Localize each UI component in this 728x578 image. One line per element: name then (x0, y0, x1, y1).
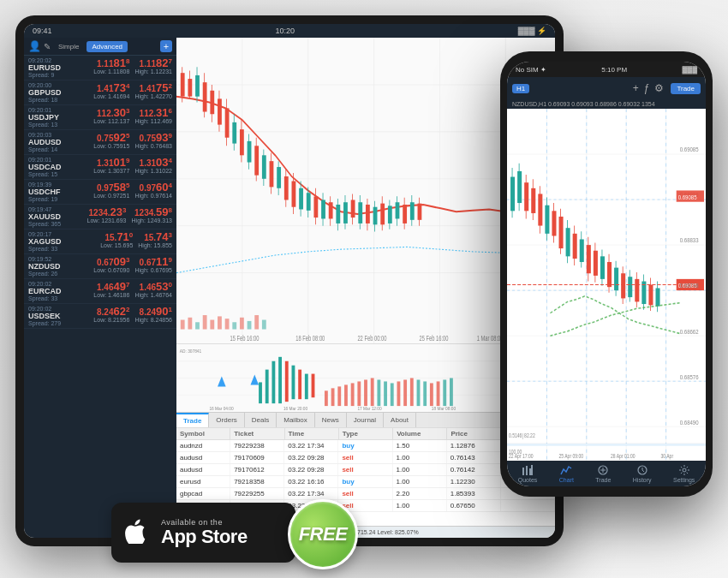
table-cell: 79229255 (230, 488, 284, 499)
pair-name: USDJPY (28, 113, 93, 122)
tab-orders[interactable]: Orders (209, 413, 244, 427)
nav-settings-label: Settings (673, 477, 695, 483)
table-row[interactable]: audusd7917060903.22 09:28sell1.000.76143 (176, 452, 555, 464)
plus-icon[interactable]: + (633, 82, 639, 94)
nav-history[interactable]: History (633, 464, 652, 483)
table-row[interactable]: eurusd7921835803.22 16:16buy1.001.12230 (176, 476, 555, 488)
svg-rect-89 (225, 319, 230, 329)
svg-text:16 Mar 04:00: 16 Mar 04:00 (209, 407, 234, 411)
bid-low: Low: 1231.693 (87, 217, 127, 223)
table-cell: 03.22 17:34 (284, 440, 338, 451)
ask-price: 8.24901 (140, 306, 172, 317)
pair-row[interactable]: 09:19:39 USDCHF Spread: 19 0.97585 Low: … (24, 180, 176, 205)
pair-list: 09:20:02 EURUSD Spread: 9 1.11818 Low: 1… (24, 56, 176, 329)
table-cell: 03.22 16:16 (284, 476, 338, 487)
svg-rect-224 (507, 444, 706, 446)
table-cell: eurusd (176, 476, 230, 487)
pair-row[interactable]: 09:20:00 GBPUSD Spread: 18 1.41734 Low: … (24, 80, 176, 105)
tab-about[interactable]: About (384, 413, 416, 427)
svg-rect-35 (248, 141, 252, 163)
svg-rect-111 (292, 366, 295, 400)
nav-chart-label: Chart (559, 477, 574, 483)
pair-time: 09:20:02 (28, 306, 93, 312)
phone-trade-button[interactable]: Trade (671, 83, 701, 94)
appstore-text: Available on the App Store (161, 518, 248, 547)
svg-rect-194 (621, 273, 625, 298)
ask-price: 0.97604 (140, 182, 172, 193)
nav-chart[interactable]: Chart (559, 464, 574, 483)
ask-price: 1.46530 (140, 281, 172, 292)
svg-text:0.68748: 0.68748 (680, 283, 699, 289)
table-row[interactable]: audusd7917061203.22 09:28sell1.000.76142 (176, 464, 555, 476)
tab-journal[interactable]: Journal (347, 413, 384, 427)
sidebar: 👤 ✎ Simple Advanced + 09:20:02 EURUSD Sp… (24, 38, 176, 538)
svg-text:15 Feb 16:00: 15 Feb 16:00 (230, 335, 259, 343)
bid-low: Low: 0.75915 (93, 143, 129, 149)
phone-toolbar: H1 + ƒ ⚙ Trade (507, 77, 706, 99)
col-volume: Volume (393, 428, 447, 439)
phone-pair-label: NZDUSD,H1 0.69093 0.69093 0.68986 0.6903… (507, 99, 706, 109)
svg-text:25 Feb 16:00: 25 Feb 16:00 (419, 335, 448, 343)
svg-rect-108 (272, 361, 275, 403)
add-pair-button[interactable]: + (160, 40, 172, 52)
tablet-main-area: 👤 ✎ Simple Advanced + 09:20:02 EURUSD Sp… (24, 38, 555, 538)
pair-row[interactable]: 09:19:47 XAUUSD Spread: 365 1234.233 Low… (24, 205, 176, 229)
pair-row[interactable]: 09:20:01 USDCAD Spread: 15 1.31019 Low: … (24, 155, 176, 180)
table-row[interactable]: audnzd7922923803.22 17:34buy1.501.12876 (176, 440, 555, 452)
table-row[interactable]: gbpcad7922925503.22 17:34sell2.201.85393 (176, 488, 555, 500)
toolbar-icons: + ƒ ⚙ (633, 82, 665, 94)
col-price: Price (447, 428, 501, 439)
sub-chart: USDCHF, H1 (176, 343, 555, 412)
tab-trade[interactable]: Trade (176, 413, 209, 427)
svg-rect-43 (277, 167, 281, 188)
svg-rect-53 (313, 196, 318, 217)
col-time: Time (285, 428, 339, 439)
nav-settings[interactable]: Settings (673, 464, 695, 483)
bid-low: Low: 0.67090 (93, 267, 129, 273)
svg-rect-45 (284, 176, 289, 200)
nav-trade[interactable]: Trade (595, 464, 611, 483)
pair-row[interactable]: 09:20:02 USDSEK Spread: 279 8.24622 Low:… (24, 304, 176, 329)
pair-row[interactable]: 09:19:52 NZDUSD Spread: 26 0.67093 Low: … (24, 254, 176, 279)
svg-rect-92 (248, 321, 252, 330)
svg-rect-55 (321, 200, 325, 218)
bid-low: Low: 15.695 (100, 242, 133, 248)
pair-row[interactable]: 09:20:02 EURCAD Spread: 33 1.46497 Low: … (24, 279, 176, 304)
col-type: Type (339, 428, 393, 439)
bid-price: 15.710 (104, 231, 133, 242)
tab-advanced[interactable]: Advanced (87, 41, 128, 52)
nav-quotes[interactable]: Quotes (518, 464, 538, 483)
pair-time: 09:20:17 (28, 231, 100, 237)
pair-name: NZDUSD (28, 262, 93, 271)
indicator-icon[interactable]: ƒ (644, 82, 650, 94)
bid-low: Low: 8.21956 (93, 317, 129, 323)
tab-news[interactable]: News (315, 413, 347, 427)
appstore-badge[interactable]: Available on the App Store (111, 503, 295, 563)
svg-rect-118 (344, 384, 348, 406)
svg-rect-122 (371, 378, 374, 407)
table-cell: sell (338, 452, 392, 463)
pair-time: 09:20:00 (28, 82, 93, 88)
pair-row[interactable]: 09:20:01 USDJPY Spread: 13 112.303 Low: … (24, 105, 176, 130)
pair-row[interactable]: 09:20:17 XAGUSD Spread: 33 15.710 Low: 1… (24, 229, 176, 254)
svg-rect-27 (218, 98, 222, 124)
timeframe-button[interactable]: H1 (512, 84, 529, 93)
tab-deals[interactable]: Deals (245, 413, 277, 427)
phone-screen: No SIM ✦ 5:10 PM ▓▓▓ H1 + ƒ ⚙ Trade NZDU… (507, 62, 706, 486)
tab-simple[interactable]: Simple (53, 41, 84, 52)
pencil-icon: ✎ (44, 42, 51, 51)
nav-history-label: History (633, 477, 652, 483)
svg-rect-170 (538, 194, 542, 225)
settings-icon[interactable]: ⚙ (654, 82, 664, 94)
tab-mailbox[interactable]: Mailbox (277, 413, 315, 427)
phone-battery: ▓▓▓ (682, 66, 697, 74)
table-cell: sell (338, 488, 392, 499)
svg-rect-166 (524, 182, 528, 211)
svg-rect-188 (600, 256, 605, 279)
pair-spread: Spread: 19 (28, 196, 93, 202)
pair-row[interactable]: 09:20:02 EURUSD Spread: 9 1.11818 Low: 1… (24, 56, 176, 80)
svg-rect-17 (181, 73, 185, 96)
svg-rect-88 (218, 316, 222, 329)
trade-rows: audnzd7922923803.22 17:34buy1.501.12876a… (176, 440, 555, 512)
pair-row[interactable]: 09:20:03 AUDUSD Spread: 14 0.75925 Low: … (24, 130, 176, 155)
